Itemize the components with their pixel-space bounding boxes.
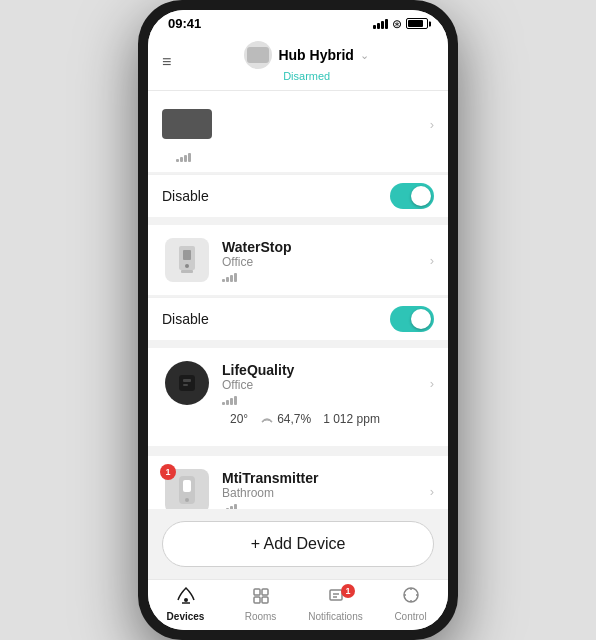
svg-rect-5 xyxy=(183,379,191,382)
svg-rect-6 xyxy=(183,384,188,386)
waterstop-svg-icon xyxy=(173,244,201,276)
signal-bars-icon xyxy=(373,19,388,29)
partial-chevron-icon: › xyxy=(430,117,434,132)
tab-control[interactable]: Control xyxy=(373,586,448,622)
wifi-icon: ⊛ xyxy=(392,17,402,31)
mtitransmitter-name: MtiTransmitter xyxy=(222,470,420,486)
battery-fill xyxy=(408,20,423,27)
menu-icon[interactable]: ≡ xyxy=(162,53,171,71)
hub-avatar xyxy=(244,41,272,69)
lifequality-card[interactable]: LifeQuality Office › 20° xyxy=(148,348,448,446)
mtitransmitter-card[interactable]: 1 MtiTransmitter Bathroom xyxy=(148,456,448,509)
svg-rect-11 xyxy=(254,589,260,595)
mtitransmitter-row: 1 MtiTransmitter Bathroom xyxy=(162,466,434,509)
lifequality-image xyxy=(165,361,209,405)
notification-badge: 1 xyxy=(160,464,176,480)
partial-device-image xyxy=(162,109,212,139)
co2-stat: 1 012 ppm xyxy=(323,412,380,426)
lifequality-info: LifeQuality Office xyxy=(222,362,420,405)
hub-name: Hub Hybrid xyxy=(278,47,353,63)
status-icons: ⊛ xyxy=(373,17,428,31)
mtitransmitter-chevron-icon: › xyxy=(430,484,434,499)
hub-info: Hub Hybrid ⌄ Disarmed xyxy=(179,41,434,82)
waterstop-image xyxy=(165,238,209,282)
lifequality-chevron-icon: › xyxy=(430,376,434,391)
waterstop-info: WaterStop Office xyxy=(222,239,420,282)
devices-icon-svg xyxy=(176,586,196,604)
partial-disable-label: Disable xyxy=(162,188,209,204)
devices-tab-icon xyxy=(176,586,196,609)
divider-2 xyxy=(148,340,448,348)
svg-rect-14 xyxy=(262,597,268,603)
lifequality-name: LifeQuality xyxy=(222,362,420,378)
tab-rooms[interactable]: Rooms xyxy=(223,586,298,622)
add-device-section: + Add Device xyxy=(148,509,448,579)
svg-point-10 xyxy=(184,598,188,602)
waterstop-name: WaterStop xyxy=(222,239,420,255)
svg-rect-12 xyxy=(262,589,268,595)
waterstop-disable-row: Disable xyxy=(148,297,448,340)
hub-chevron-icon: ⌄ xyxy=(360,49,369,62)
rooms-icon-svg xyxy=(251,586,271,604)
rooms-tab-icon xyxy=(251,586,271,609)
waterstop-room: Office xyxy=(222,255,420,269)
control-tab-icon xyxy=(401,586,421,609)
waterstop-signal-bars xyxy=(222,273,420,282)
lifequality-row: LifeQuality Office › xyxy=(162,358,434,408)
svg-point-2 xyxy=(185,264,189,268)
partial-device-img-wrap xyxy=(162,99,212,149)
divider-3 xyxy=(148,448,448,456)
status-bar: 09:41 ⊛ xyxy=(148,10,448,35)
lifequality-svg-icon xyxy=(175,371,199,395)
tab-devices[interactable]: Devices xyxy=(148,586,223,622)
status-time: 09:41 xyxy=(168,16,201,31)
devices-tab-label: Devices xyxy=(167,611,205,622)
mtitransmitter-info: MtiTransmitter Bathroom xyxy=(222,470,420,510)
svg-rect-3 xyxy=(181,270,193,273)
mtitransmitter-svg-icon xyxy=(175,474,199,508)
control-icon-svg xyxy=(401,586,421,604)
scroll-area: › Disable xyxy=(148,91,448,509)
humidity-stat: 64,7% xyxy=(260,412,311,426)
lifequality-signal-bars xyxy=(222,396,420,405)
lifequality-stats-row: 20° 64,7% 1 012 ppm xyxy=(162,408,434,436)
mtitransmitter-room: Bathroom xyxy=(222,486,420,500)
svg-point-18 xyxy=(404,588,418,602)
svg-rect-15 xyxy=(330,590,342,600)
mtitransmitter-img-wrap: 1 xyxy=(162,466,212,509)
lifequality-room: Office xyxy=(222,378,420,392)
hub-row[interactable]: Hub Hybrid ⌄ xyxy=(244,41,368,69)
tab-bar: Devices Rooms 1 xyxy=(148,579,448,630)
notifications-tab-label: Notifications xyxy=(308,611,362,622)
hub-status: Disarmed xyxy=(283,70,330,82)
waterstop-row: WaterStop Office › xyxy=(162,235,434,285)
phone-shell: 09:41 ⊛ ≡ xyxy=(138,0,458,640)
svg-rect-4 xyxy=(179,375,195,391)
temperature-stat: 20° xyxy=(230,412,248,426)
partial-device-row: › xyxy=(162,99,434,149)
humidity-icon xyxy=(260,414,274,424)
rooms-tab-label: Rooms xyxy=(245,611,277,622)
svg-rect-1 xyxy=(183,250,191,260)
waterstop-disable-toggle[interactable] xyxy=(390,306,434,332)
phone-screen: 09:41 ⊛ ≡ xyxy=(148,10,448,630)
divider-1 xyxy=(148,217,448,225)
svg-rect-13 xyxy=(254,597,260,603)
partial-disable-toggle[interactable] xyxy=(390,183,434,209)
waterstop-chevron-icon: › xyxy=(430,253,434,268)
control-tab-label: Control xyxy=(394,611,426,622)
svg-rect-8 xyxy=(183,480,191,492)
hub-avatar-inner xyxy=(247,47,269,63)
battery-icon xyxy=(406,18,428,29)
partial-signal-bars xyxy=(162,153,434,162)
lifequality-img-wrap xyxy=(162,358,212,408)
waterstop-card[interactable]: WaterStop Office › xyxy=(148,225,448,295)
waterstop-img-wrap xyxy=(162,235,212,285)
top-bar: ≡ Hub Hybrid ⌄ Disarmed xyxy=(148,35,448,91)
add-device-button[interactable]: + Add Device xyxy=(162,521,434,567)
svg-point-9 xyxy=(185,498,189,502)
partial-device-card[interactable]: › xyxy=(148,91,448,172)
waterstop-disable-label: Disable xyxy=(162,311,209,327)
partial-disable-row: Disable xyxy=(148,174,448,217)
tab-notifications[interactable]: 1 Notifications xyxy=(298,586,373,622)
